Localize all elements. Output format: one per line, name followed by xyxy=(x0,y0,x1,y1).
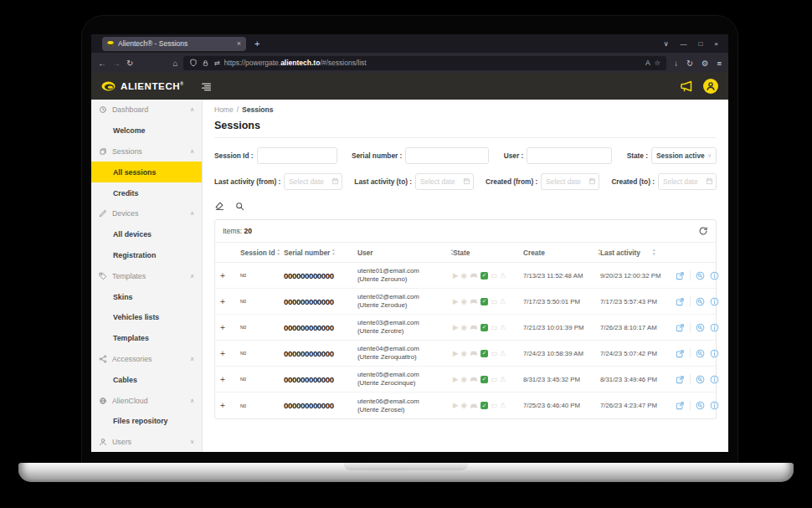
bookmark-star-icon[interactable]: ☆ xyxy=(655,59,661,67)
sidebar-item-cables[interactable]: Cables xyxy=(91,369,202,390)
expand-row-button[interactable]: + xyxy=(220,349,225,358)
details-zoom-icon[interactable] xyxy=(696,271,705,280)
list-tabs-icon[interactable]: ∨ xyxy=(664,40,669,48)
user-input[interactable] xyxy=(527,147,612,164)
report-icon[interactable] xyxy=(676,297,685,306)
clear-filters-eraser-icon[interactable] xyxy=(214,201,224,211)
chevron-down-icon: ∨ xyxy=(707,152,712,159)
browser-tab[interactable]: Alientech® - Sessions × xyxy=(102,37,246,51)
announcements-megaphone-icon[interactable] xyxy=(680,80,693,93)
session-id-cell: N0 xyxy=(240,325,284,330)
sort-icon[interactable]: ▴▾ xyxy=(332,249,334,256)
translate-icon[interactable]: A xyxy=(645,59,650,67)
sidebar-item-skins[interactable]: Skins xyxy=(91,286,202,307)
report-icon[interactable] xyxy=(676,271,685,280)
chevron-up-icon: ∧ xyxy=(190,356,194,362)
reload-icon[interactable]: ↻ xyxy=(126,59,133,68)
report-icon[interactable] xyxy=(676,323,685,332)
sidebar-section-users[interactable]: Users ∨ xyxy=(91,432,202,452)
sidebar-item-credits[interactable]: Credits xyxy=(91,182,202,203)
report-icon[interactable] xyxy=(676,401,685,410)
sidebar-section-templates[interactable]: Templates ∧ xyxy=(91,265,202,286)
col-session-id[interactable]: Session Id▴▾ xyxy=(240,249,284,257)
user-cell: utente01@email.com(Utente Zerouno) xyxy=(357,267,453,284)
calendar-icon[interactable] xyxy=(588,177,596,185)
user-avatar[interactable] xyxy=(703,79,718,94)
sidebar-section-dashboard[interactable]: Dashboard ∧ xyxy=(91,100,202,121)
col-serial-number[interactable]: Serial number▴▾ xyxy=(284,249,357,257)
state-active-check-icon: ✓ xyxy=(481,376,488,383)
search-icon[interactable] xyxy=(235,202,244,211)
details-zoom-icon[interactable] xyxy=(696,349,705,358)
back-icon[interactable]: ← xyxy=(98,59,106,68)
expand-row-button[interactable]: + xyxy=(220,271,225,280)
state-bench-icon: ▭ xyxy=(491,350,497,357)
menu-icon[interactable]: ≡ xyxy=(717,59,722,68)
details-zoom-icon[interactable] xyxy=(696,297,705,306)
report-icon[interactable] xyxy=(676,349,685,358)
minimize-icon[interactable]: — xyxy=(680,40,686,48)
session-id-input[interactable] xyxy=(257,147,337,164)
expand-row-button[interactable]: + xyxy=(220,297,225,306)
state-cell: ▶ ◉ ✓ ▭ ⚠ xyxy=(453,402,523,410)
col-create[interactable]: Create▴▾ xyxy=(523,249,600,257)
sidebar-item-all-sessions[interactable]: All sessions xyxy=(91,162,202,182)
expand-row-button[interactable]: + xyxy=(220,401,225,410)
serial-number-input[interactable] xyxy=(405,147,489,164)
state-play-icon: ▶ xyxy=(453,272,459,280)
tab-close-icon[interactable]: × xyxy=(237,39,241,48)
info-icon[interactable] xyxy=(710,323,719,332)
tracking-shield-icon[interactable] xyxy=(189,59,198,67)
info-icon[interactable] xyxy=(710,401,719,410)
sync-icon[interactable]: ↻ xyxy=(686,59,693,68)
maximize-icon[interactable]: □ xyxy=(698,40,702,48)
calendar-icon[interactable] xyxy=(706,177,713,185)
sidebar-item-vehicles-lists[interactable]: Vehicles lists xyxy=(91,307,202,328)
col-last-activity[interactable]: Last activity▴▾ xyxy=(600,249,676,257)
new-tab-button[interactable]: + xyxy=(254,38,260,49)
session-id-cell: N0 xyxy=(240,351,284,356)
calendar-icon[interactable] xyxy=(463,177,470,185)
info-icon[interactable] xyxy=(710,349,719,358)
browser-toolbar: ← → ↻ ⌂ ⇄ https://powergate.alientech.to… xyxy=(91,53,728,73)
last-activity-cell: 8/31/23 3:49:46 PM xyxy=(600,376,676,383)
breadcrumb-home[interactable]: Home xyxy=(214,105,234,114)
details-zoom-icon[interactable] xyxy=(696,375,705,384)
sort-icon[interactable]: ▴▾ xyxy=(653,249,655,256)
downloads-icon[interactable]: ↓ xyxy=(674,59,678,68)
expand-row-button[interactable]: + xyxy=(220,375,225,384)
sidebar-toggle-icon[interactable] xyxy=(201,81,212,92)
window-close-icon[interactable]: × xyxy=(714,40,718,48)
sidebar-item-templates[interactable]: Templates xyxy=(91,328,202,349)
info-icon[interactable] xyxy=(710,297,719,306)
sort-icon[interactable]: ▴▾ xyxy=(278,249,280,256)
favicon-alientech xyxy=(107,41,114,46)
sidebar-item-all-devices[interactable]: All devices xyxy=(91,224,202,245)
sidebar-section-sessions[interactable]: Sessions ∧ xyxy=(91,141,202,162)
sidebar-section-accessories[interactable]: Accessories ∧ xyxy=(91,349,202,370)
lock-icon[interactable] xyxy=(202,59,209,67)
dashboard-icon xyxy=(99,105,107,114)
sidebar-item-registration[interactable]: Registration xyxy=(91,245,202,266)
forward-icon[interactable]: → xyxy=(112,59,121,68)
sidebar-section-aliencloud[interactable]: AlienCloud ∧ xyxy=(91,390,202,411)
home-icon[interactable]: ⌂ xyxy=(172,59,177,68)
state-select[interactable]: Session active ∨ xyxy=(651,147,717,164)
calendar-icon[interactable] xyxy=(331,177,339,185)
expand-row-button[interactable]: + xyxy=(220,323,225,332)
details-zoom-icon[interactable] xyxy=(696,323,705,332)
info-icon[interactable] xyxy=(710,375,719,384)
sidebar-item-files-repository[interactable]: Files repository xyxy=(91,411,202,432)
url-bar[interactable]: ⇄ https://powergate.alientech.to/#/sessi… xyxy=(183,56,666,70)
report-icon[interactable] xyxy=(676,375,685,384)
breadcrumb-current: Sessions xyxy=(242,105,273,114)
sidebar-item-welcome[interactable]: Welcome xyxy=(91,121,202,141)
col-user[interactable]: User▴▾ xyxy=(357,249,453,257)
info-icon[interactable] xyxy=(710,271,719,280)
session-id-cell: N0 xyxy=(240,299,284,304)
sidebar-section-devices[interactable]: Devices ∧ xyxy=(91,203,202,224)
details-zoom-icon[interactable] xyxy=(696,401,705,410)
state-warning-icon: ⚠ xyxy=(500,350,506,357)
refresh-icon[interactable] xyxy=(698,226,708,236)
extensions-icon[interactable]: ⚙ xyxy=(702,59,709,68)
